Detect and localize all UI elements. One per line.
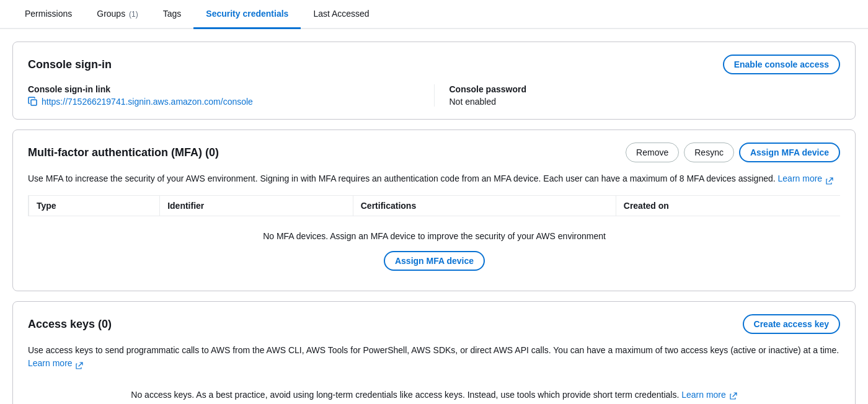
- mfa-description: Use MFA to increase the security of your…: [28, 172, 840, 185]
- access-keys-title: Access keys (0): [28, 318, 112, 331]
- mfa-empty-state: No MFA devices. Assign an MFA device to …: [29, 216, 840, 278]
- tab-groups-label: Groups: [97, 9, 125, 19]
- mfa-col-identifier: Identifier: [160, 196, 353, 216]
- mfa-col-created-on: Created on: [616, 196, 840, 216]
- mfa-assign-button[interactable]: Assign MFA device: [739, 143, 840, 162]
- tab-security-credentials[interactable]: Security credentials: [193, 0, 301, 29]
- main-content: Console sign-in Enable console access Co…: [0, 29, 868, 404]
- create-access-key-top-button[interactable]: Create access key: [743, 314, 840, 334]
- access-keys-header: Access keys (0) Create access key: [28, 314, 840, 334]
- svg-rect-0: [31, 100, 37, 105]
- tab-tags-label: Tags: [163, 9, 182, 19]
- mfa-remove-button[interactable]: Remove: [626, 143, 679, 162]
- access-keys-inline-learn-more[interactable]: Learn more: [681, 390, 726, 400]
- console-signin-header: Console sign-in Enable console access: [28, 55, 840, 74]
- mfa-empty-message: No MFA devices. Assign an MFA device to …: [263, 231, 606, 241]
- console-signin-url: https://715266219741.signin.aws.amazon.c…: [42, 97, 253, 107]
- mfa-table: Type Identifier Certifications Created o…: [28, 195, 840, 278]
- access-keys-description: Use access keys to send programmatic cal…: [28, 344, 840, 370]
- access-keys-inline-external-icon: [730, 392, 737, 399]
- mfa-button-group: Remove Resync Assign MFA device: [626, 143, 840, 162]
- access-keys-external-link-icon: [76, 360, 83, 367]
- tab-last-accessed[interactable]: Last Accessed: [301, 0, 381, 29]
- copy-icon[interactable]: [28, 97, 38, 107]
- access-keys-learn-more-link[interactable]: Learn more: [28, 358, 73, 368]
- access-keys-section: Access keys (0) Create access key Use ac…: [12, 301, 856, 404]
- tab-permissions-label: Permissions: [25, 9, 72, 19]
- console-password-col: Console password Not enabled: [434, 84, 841, 107]
- console-signin-info: Console sign-in link https://71526621974…: [28, 84, 840, 107]
- console-signin-link-col: Console sign-in link https://71526621974…: [28, 84, 434, 107]
- mfa-assign-center-button[interactable]: Assign MFA device: [384, 251, 485, 271]
- mfa-empty-actions: Assign MFA device: [29, 251, 840, 271]
- mfa-description-text: Use MFA to increase the security of your…: [28, 173, 776, 183]
- mfa-col-type: Type: [29, 196, 160, 216]
- console-signin-link-value: https://715266219741.signin.aws.amazon.c…: [28, 97, 419, 107]
- console-signin-title: Console sign-in: [28, 58, 112, 71]
- mfa-title: Multi-factor authentication (MFA) (0): [28, 146, 219, 159]
- tab-last-accessed-label: Last Accessed: [313, 9, 369, 19]
- tab-tags[interactable]: Tags: [151, 0, 194, 29]
- tab-groups-badge: (1): [129, 10, 138, 19]
- console-password-value: Not enabled: [450, 97, 841, 107]
- console-signin-link-label: Console sign-in link: [28, 84, 419, 94]
- tab-groups[interactable]: Groups (1): [84, 0, 150, 29]
- console-signin-section: Console sign-in Enable console access Co…: [12, 42, 856, 120]
- mfa-header: Multi-factor authentication (MFA) (0) Re…: [28, 143, 840, 162]
- enable-console-access-button[interactable]: Enable console access: [723, 55, 840, 74]
- no-access-keys-text: No access keys. As a best practice, avoi…: [131, 390, 679, 400]
- tab-permissions[interactable]: Permissions: [12, 0, 84, 29]
- mfa-learn-more-link[interactable]: Learn more: [778, 173, 823, 183]
- mfa-resync-button[interactable]: Resync: [684, 143, 734, 162]
- no-access-keys-message: No access keys. As a best practice, avoi…: [28, 380, 840, 404]
- console-password-label: Console password: [450, 84, 841, 94]
- external-link-icon: [826, 175, 833, 183]
- tabs-navigation: Permissions Groups (1) Tags Security cre…: [0, 0, 868, 29]
- tab-security-credentials-label: Security credentials: [206, 9, 288, 19]
- mfa-col-certifications: Certifications: [353, 196, 616, 216]
- mfa-section: Multi-factor authentication (MFA) (0) Re…: [12, 130, 856, 291]
- access-keys-desc-text: Use access keys to send programmatic cal…: [28, 345, 839, 355]
